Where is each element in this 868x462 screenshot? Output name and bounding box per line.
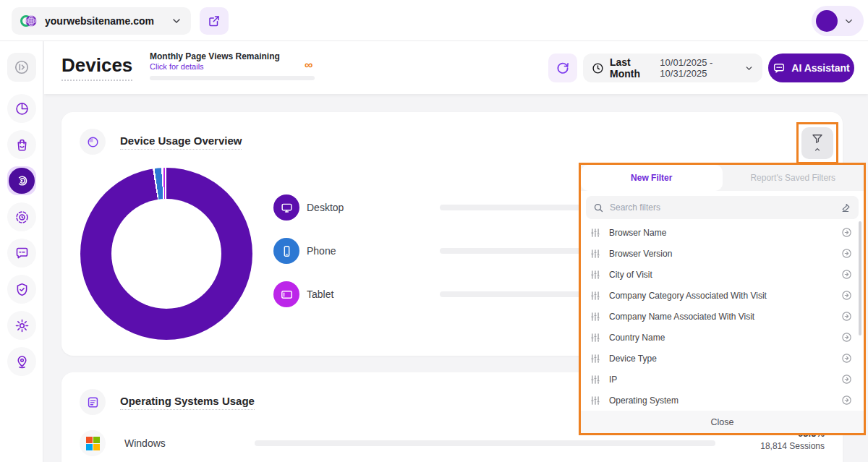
filter-option-label: Device Type: [609, 354, 841, 364]
panel-scrollbar[interactable]: [859, 221, 861, 335]
search-input[interactable]: [610, 202, 841, 213]
sidebar-collapse-button[interactable]: [7, 53, 36, 82]
filter-toggle-button[interactable]: [801, 127, 833, 159]
arrow-right-circle-icon[interactable]: [841, 248, 852, 259]
ai-assistant-button[interactable]: AI Assistant: [768, 54, 854, 82]
filter-option-label: Browser Name: [609, 228, 841, 238]
refresh-button[interactable]: [548, 54, 577, 82]
sidebar-item-ecommerce[interactable]: [7, 130, 36, 159]
filter-option-company-name[interactable]: Company Name Associated With Visit: [581, 306, 864, 327]
filter-option-ip[interactable]: IP: [581, 369, 864, 390]
sliders-icon: [590, 270, 600, 280]
refresh-icon: [556, 61, 570, 75]
page-title: Devices: [61, 54, 132, 81]
filter-option-operating-system[interactable]: Operating System: [581, 390, 864, 411]
arrow-right-circle-icon[interactable]: [841, 374, 852, 385]
desktop-monitor-icon: [273, 194, 299, 221]
os-card-title: Operating Systems Usage: [120, 395, 255, 410]
filter-option-label: Company Category Associated With Visit: [609, 291, 841, 301]
chevron-down-icon: [171, 15, 182, 27]
filter-option-label: Company Name Associated With Visit: [609, 312, 841, 322]
globe-logo-icon: [20, 12, 38, 30]
donut-chart-icon: [80, 129, 106, 155]
top-bar: yourwebsitename.com: [0, 0, 868, 41]
quota-details-link[interactable]: Click for details: [150, 62, 315, 71]
open-website-button[interactable]: [200, 7, 229, 35]
external-link-icon: [208, 14, 221, 27]
legend-label: Phone: [307, 245, 430, 257]
collapse-panel-icon: [14, 59, 30, 75]
arrow-right-circle-icon[interactable]: [841, 227, 852, 238]
eraser-icon[interactable]: [841, 202, 851, 213]
filter-option-label: Browser Version: [609, 249, 841, 259]
website-selector[interactable]: yourwebsitename.com: [12, 7, 191, 35]
filter-option-country-name[interactable]: Country Name: [581, 327, 864, 348]
filter-list: Browser Name Browser Version City of Vis…: [581, 222, 864, 411]
filter-option-device-type[interactable]: Device Type: [581, 348, 864, 369]
sidebar-item-visitors-active[interactable]: [7, 166, 36, 195]
arrow-right-circle-icon[interactable]: [841, 311, 852, 322]
legend-label: Desktop: [307, 202, 430, 213]
sidebar-item-overview[interactable]: [7, 94, 36, 123]
filter-option-label: City of Visit: [609, 270, 841, 280]
tablet-icon: [273, 281, 299, 307]
arrow-right-circle-icon[interactable]: [841, 290, 852, 301]
location-pin-icon: [14, 354, 30, 369]
sidebar-item-settings[interactable]: [7, 311, 36, 340]
device-donut-chart[interactable]: [80, 168, 252, 340]
filter-tabs: New Filter Report's Saved Filters: [581, 165, 864, 191]
sliders-icon: [590, 228, 600, 238]
filter-option-browser-version[interactable]: Browser Version: [581, 243, 864, 264]
device-card-title: Device Usage Overview: [120, 134, 242, 150]
sliders-icon: [590, 291, 600, 301]
filter-option-label: Operating System: [609, 395, 841, 406]
os-label: Windows: [124, 437, 166, 449]
sliders-icon: [590, 395, 600, 406]
quota-title: Monthly Page Views Remaining: [150, 51, 315, 61]
filter-option-browser-name[interactable]: Browser Name: [581, 222, 864, 243]
arrow-right-circle-icon[interactable]: [841, 395, 852, 406]
sliders-icon: [590, 333, 600, 343]
gear-icon: [14, 318, 30, 333]
chevron-up-icon: [813, 145, 822, 154]
pageviews-quota: Monthly Page Views Remaining Click for d…: [150, 51, 315, 80]
filter-option-label: Country Name: [609, 333, 841, 343]
arrow-right-circle-icon[interactable]: [841, 332, 852, 343]
report-document-icon: [80, 389, 106, 415]
sidebar-item-sessions[interactable]: [7, 202, 36, 231]
quota-progress-bar: [150, 76, 315, 80]
period-range: 10/01/2025 - 10/31/2025: [660, 57, 741, 79]
sidebar-item-locations[interactable]: [7, 347, 36, 376]
close-button[interactable]: Close: [581, 411, 864, 433]
shield-check-icon: [14, 282, 30, 297]
chevron-down-icon: [843, 16, 854, 27]
shopping-bag-icon: [14, 137, 30, 153]
arrow-right-circle-icon[interactable]: [841, 269, 852, 280]
infinity-value: ∞: [305, 59, 312, 72]
page-header: Devices Monthly Page Views Remaining Cli…: [44, 41, 868, 94]
avatar: [816, 10, 838, 32]
pie-chart-icon: [14, 101, 30, 116]
chevron-down-icon: [744, 64, 754, 73]
filter-panel: New Filter Report's Saved Filters Browse…: [579, 163, 866, 435]
filter-search: [586, 196, 859, 219]
filter-option-label: IP: [609, 375, 841, 385]
filter-option-city-of-visit[interactable]: City of Visit: [581, 264, 864, 285]
chat-bubble-icon: [14, 246, 30, 261]
date-range-selector[interactable]: Last Month 10/01/2025 - 10/31/2025: [583, 54, 762, 82]
sidebar-item-feedback[interactable]: [7, 239, 36, 268]
target-session-icon: [14, 210, 30, 225]
radar-icon: [14, 174, 29, 188]
os-sessions: 18,814 Sessions: [760, 441, 825, 451]
sidebar-item-privacy[interactable]: [7, 275, 36, 304]
filter-option-company-category[interactable]: Company Category Associated With Visit: [581, 285, 864, 306]
clock-icon: [592, 62, 604, 74]
sliders-icon: [590, 312, 600, 322]
arrow-right-circle-icon[interactable]: [841, 353, 852, 364]
tab-new-filter[interactable]: New Filter: [581, 165, 723, 191]
tab-saved-filters[interactable]: Report's Saved Filters: [723, 165, 864, 191]
period-label: Last Month: [610, 56, 652, 80]
sidebar: [0, 41, 43, 462]
website-name: yourwebsitename.com: [45, 15, 171, 27]
account-menu[interactable]: [812, 6, 864, 36]
